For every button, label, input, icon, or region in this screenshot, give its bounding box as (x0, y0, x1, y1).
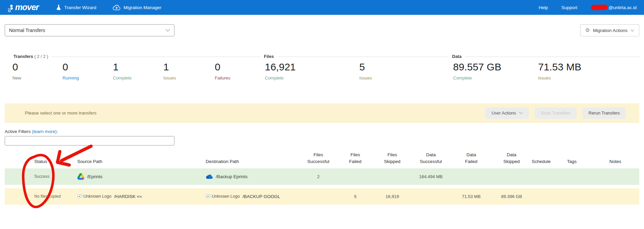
data-failed-value: 71.53 MB (451, 194, 491, 199)
nav-migration-manager[interactable]: Migration Manager (113, 5, 162, 10)
chevron-down-icon (519, 112, 523, 114)
chevron-down-icon (165, 29, 170, 32)
nav-help[interactable]: Help (538, 5, 548, 10)
col-files-skipped: FilesSkipped (374, 152, 411, 165)
stat-transfers-running: 0 Running (63, 61, 113, 80)
col-data-successful: DataSuccessful (411, 152, 451, 165)
data-skipped-value: 89.396 GB (491, 194, 532, 199)
table-header-row: Status Source Path Destination Path File… (5, 150, 639, 168)
account-email: @untirta.ac.id (609, 5, 637, 10)
table-row-success[interactable]: Success /Eprints /Bac (5, 168, 639, 185)
status-badge: No files copied (5, 194, 77, 199)
nav-transfer-wizard[interactable]: Transfer Wizard (56, 4, 96, 10)
stats-summary: Transfers ( 2 / 2 ) Files Data 0 New 0 R… (0, 53, 644, 80)
nav-migration-manager-label: Migration Manager (124, 5, 162, 10)
gear-icon: ⚙ (585, 28, 590, 33)
user-actions-button[interactable]: User Actions (485, 107, 529, 119)
scan-transfers-button: Scan Transfers (535, 107, 576, 119)
chevron-down-icon (631, 29, 634, 32)
destination-path-text: /Backup Eprints (216, 174, 248, 179)
table-row-warning[interactable]: No files copied Unknown Logo /HARDISK <= (5, 188, 639, 205)
stats-group-files-title: Files (260, 54, 277, 59)
destination-path-cell: /Backup Eprints (206, 174, 300, 179)
destination-path-cell: Unknown Logo /BACKUP GOOGL (206, 194, 300, 199)
selection-banner: Please select one or more transfers User… (5, 103, 639, 123)
google-drive-icon (77, 173, 84, 180)
active-filters-input[interactable] (5, 136, 174, 145)
nav-transfer-wizard-label: Transfer Wizard (64, 5, 96, 10)
source-path-cell: /Eprints (77, 173, 206, 180)
status-badge: Success (5, 174, 77, 179)
data-successful-value: 164.494 MB (411, 174, 451, 179)
stat-transfers-issues: 1 Issues (163, 61, 215, 80)
stats-group-transfers-title: Transfers ( 2 / 2 ) (13, 54, 51, 59)
migration-actions-label: Migration Actions (593, 28, 628, 33)
broken-image-icon: Unknown Logo (77, 194, 111, 199)
stat-data-complete: 89.557 GB Complete (453, 61, 538, 80)
transfers-count: ( 2 / 2 ) (34, 54, 48, 59)
col-destination-path: Destination Path (206, 158, 300, 165)
stats-divider-line (13, 57, 639, 57)
stat-transfers-new: 0 New (12, 61, 63, 80)
transfers-table: Status Source Path Destination Path File… (5, 150, 639, 205)
stat-data-issues: 71.53 MB Issues (538, 61, 581, 80)
transfer-type-value: Normal Transfers (9, 28, 45, 33)
files-successful-value: 2 (300, 174, 337, 179)
col-tags: Tags (567, 158, 609, 165)
top-navbar: mover Transfer Wizard Migration Manager … (0, 0, 644, 15)
mover-mascot-icon (7, 4, 14, 12)
col-files-failed: FilesFailed (337, 152, 374, 165)
files-skipped-value: 16,919 (374, 194, 411, 199)
source-path-text: /HARDISK <= (114, 194, 142, 199)
col-status: Status (5, 158, 77, 165)
col-source-path: Source Path (77, 158, 206, 165)
nav-support[interactable]: Support (561, 5, 577, 10)
source-path-text: /Eprints (87, 174, 103, 179)
col-schedule: Schedule (532, 158, 567, 165)
stat-files-complete: 16,921 Complete (265, 61, 359, 80)
col-data-skipped: DataSkipped (491, 152, 532, 165)
broken-image-alt-text: Unknown Logo (212, 194, 240, 199)
cloud-upload-icon (113, 5, 121, 10)
source-path-cell: Unknown Logo /HARDISK <= (77, 194, 206, 199)
active-filters-section: Active Filters (learn more): (5, 129, 639, 145)
stat-transfers-complete: 1 Complete (113, 61, 163, 80)
stat-transfers-failures: 0 Failures (215, 61, 265, 80)
learn-more-link[interactable]: (learn more) (32, 129, 57, 134)
account-menu[interactable]: @untirta.ac.id (591, 5, 637, 10)
stat-files-issues: 5 Issues (359, 61, 453, 80)
stats-group-data-title: Data (449, 54, 465, 59)
col-files-successful: FilesSuccessful (300, 152, 337, 165)
broken-image-alt-text: Unknown Logo (83, 194, 111, 199)
rerun-transfers-button[interactable]: Rerun Transfers (582, 107, 626, 119)
brand-name: mover (15, 3, 39, 12)
col-data-failed: DataFailed (451, 152, 491, 165)
transfer-type-select[interactable]: Normal Transfers (5, 24, 174, 36)
migration-actions-button[interactable]: ⚙ Migration Actions (580, 24, 639, 36)
onedrive-icon (206, 174, 213, 179)
redaction-mark (591, 4, 608, 10)
col-notes: Notes (609, 158, 639, 165)
mover-logo[interactable]: mover (7, 3, 39, 12)
banner-message: Please select one or more transfers (25, 110, 485, 116)
flask-icon (56, 4, 61, 10)
broken-image-icon: Unknown Logo (206, 194, 240, 199)
active-filters-label: Active Filters (learn more): (5, 129, 639, 134)
destination-path-text: /BACKUP GOOGL (242, 194, 280, 199)
files-failed-value: 5 (337, 194, 374, 199)
